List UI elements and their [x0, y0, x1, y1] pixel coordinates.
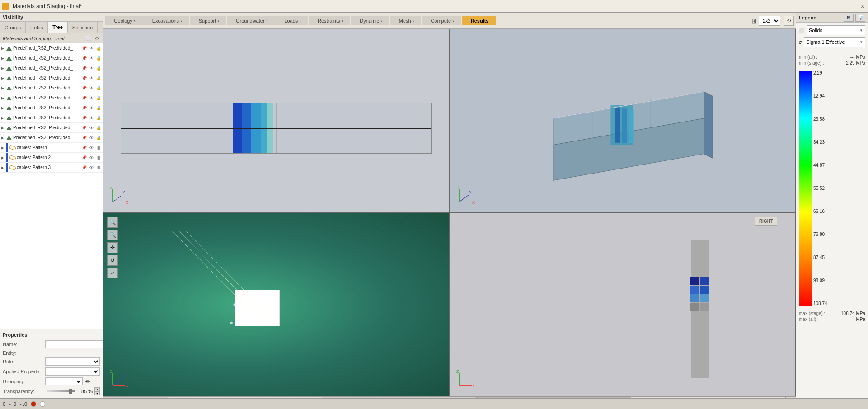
pin-icon[interactable]: 📌: [81, 45, 87, 52]
rotate-button[interactable]: ↺: [107, 255, 118, 266]
tree-item-cable[interactable]: ▶ cables: Pattern 2 📌 👁 🗑: [0, 153, 103, 163]
lock-icon[interactable]: 🔒: [95, 125, 102, 131]
tab-restraints[interactable]: Restraints ›: [309, 16, 350, 25]
transparency-slider-container[interactable]: [47, 388, 75, 395]
tree-item[interactable]: ▶ Predefined_RS2_Predivided_ 📌 👁 🔒: [0, 73, 103, 83]
pan-button[interactable]: ✛: [107, 242, 118, 253]
tab-loads[interactable]: Loads ›: [275, 16, 308, 25]
sigma-dropdown-button[interactable]: Sigma 1 Effective ▼: [804, 37, 865, 47]
prop-applied-select[interactable]: [45, 367, 100, 376]
pin-icon[interactable]: 📌: [81, 115, 87, 121]
eye-icon[interactable]: 👁: [88, 125, 94, 131]
tab-mesh[interactable]: Mesh ›: [390, 16, 422, 25]
eye-icon[interactable]: 👁: [88, 115, 94, 121]
viewport-top-left[interactable]: X Z Y: [103, 29, 450, 213]
expand-icon[interactable]: ▶: [1, 76, 6, 80]
expand-icon[interactable]: ▶: [1, 46, 6, 51]
tree-item[interactable]: ▶ Predefined_RS2_Predivided_ 📌 👁 🔒: [0, 93, 103, 103]
expand-icon[interactable]: ▶: [1, 86, 6, 90]
eye-icon[interactable]: 👁: [88, 145, 94, 151]
pin-icon[interactable]: 📌: [81, 125, 87, 131]
transparency-down-button[interactable]: ▼: [94, 391, 100, 395]
tree-item[interactable]: ▶ Predefined_RS2_Predivided_ 📌 👁 🔒: [0, 103, 103, 113]
lock-icon[interactable]: 🔒: [95, 65, 102, 71]
prop-name-input[interactable]: [45, 340, 106, 348]
lock-icon[interactable]: 🔒: [95, 45, 102, 52]
pin-icon[interactable]: 📌: [81, 65, 87, 71]
lock-icon[interactable]: 🔒: [95, 105, 102, 111]
delete-icon[interactable]: 🗑: [95, 165, 102, 171]
tree-item[interactable]: ▶ Predefined_RS2_Predivided_ 📌 👁 🔒: [0, 53, 103, 63]
pin-icon[interactable]: 📌: [81, 165, 87, 171]
tab-geology[interactable]: Geology ›: [105, 16, 143, 25]
slider-thumb[interactable]: [69, 389, 72, 394]
tree-item[interactable]: ▶ Predefined_RS2_Predivided_ 📌 👁 🔒: [0, 63, 103, 73]
eye-icon[interactable]: 👁: [88, 75, 94, 81]
expand-icon[interactable]: ▶: [1, 96, 6, 100]
pin-icon[interactable]: 📌: [81, 135, 87, 141]
tree-item[interactable]: ▶ Predefined_RS2_Predivided_ 📌 👁 🔒: [0, 123, 103, 133]
tree-item[interactable]: ▶ Predefined_RS2_Predivided_ 📌 👁 🔒: [0, 43, 103, 53]
prop-grouping-select[interactable]: [45, 377, 83, 385]
expand-icon[interactable]: ▶: [1, 106, 6, 110]
lock-icon[interactable]: 🔒: [95, 95, 102, 101]
lock-icon[interactable]: 🔒: [95, 115, 102, 121]
lock-icon[interactable]: 🔒: [95, 85, 102, 91]
eye-icon[interactable]: 👁: [88, 165, 94, 171]
prop-role-select[interactable]: [45, 357, 100, 366]
pin-icon[interactable]: 📌: [81, 55, 87, 61]
pin-icon[interactable]: 📌: [81, 145, 87, 151]
zoom-in-button[interactable]: 🔍: [107, 217, 118, 228]
tree-item-cable[interactable]: ▶ cables: Pattern 📌 👁 🗑: [0, 143, 103, 153]
expand-icon[interactable]: ▶: [1, 56, 6, 61]
close-button[interactable]: ×: [859, 3, 866, 10]
delete-icon[interactable]: 🗑: [95, 145, 102, 151]
tab-groups[interactable]: Groups: [0, 22, 26, 33]
pin-icon[interactable]: 📌: [81, 75, 87, 81]
refresh-button[interactable]: ↻: [784, 16, 794, 26]
pin-icon[interactable]: 📌: [81, 85, 87, 91]
eye-icon[interactable]: 👁: [88, 65, 94, 71]
tab-support[interactable]: Support ›: [190, 16, 226, 25]
pin-icon[interactable]: 📌: [81, 155, 87, 161]
pin-icon[interactable]: 📌: [81, 95, 87, 101]
tab-results[interactable]: Results: [462, 16, 496, 25]
expand-icon[interactable]: ▶: [1, 66, 6, 71]
legend-chart-button[interactable]: ⊞: [844, 14, 854, 22]
viewport-bottom-left[interactable]: 🔍 🔍 ✛ ↺ ⤢ X Z Y: [103, 213, 450, 397]
fit-button[interactable]: ⤢: [107, 268, 118, 278]
eye-icon[interactable]: 👁: [88, 55, 94, 61]
tab-compute[interactable]: Compute ›: [422, 16, 461, 25]
pin-icon[interactable]: 📌: [81, 105, 87, 111]
tree-item[interactable]: ▶ Predefined_RS2_Predivided_ 📌 👁 🔒: [0, 113, 103, 123]
tree-item[interactable]: ▶ Predefined_RS2_Predivided_ 📌 👁 🔒: [0, 133, 103, 143]
tab-roles[interactable]: Roles: [26, 22, 48, 33]
lock-icon[interactable]: 🔒: [95, 135, 102, 141]
tab-groundwater[interactable]: Groundwater ›: [227, 16, 275, 25]
edit-icon[interactable]: ✏: [85, 378, 91, 385]
eye-icon[interactable]: 👁: [88, 95, 94, 101]
tab-selection[interactable]: Selection: [68, 22, 98, 33]
eye-icon[interactable]: 👁: [88, 135, 94, 141]
eye-icon[interactable]: 👁: [88, 105, 94, 111]
eye-icon[interactable]: 👁: [88, 45, 94, 52]
delete-icon[interactable]: 🗑: [95, 155, 102, 161]
eye-icon[interactable]: 👁: [88, 155, 94, 161]
expand-icon[interactable]: ▶: [1, 136, 6, 140]
expand-icon[interactable]: ▶: [1, 126, 6, 130]
lock-icon[interactable]: 🔒: [95, 55, 102, 61]
expand-icon[interactable]: ▶: [1, 155, 6, 160]
tab-dynamic[interactable]: Dynamic ›: [351, 16, 389, 25]
tab-tree[interactable]: Tree: [48, 22, 68, 33]
viewport-bottom-right[interactable]: RIGHT: [450, 213, 796, 397]
maximize-icon[interactable]: ⬜: [85, 35, 92, 42]
expand-icon[interactable]: ▶: [1, 165, 6, 170]
eye-icon[interactable]: 👁: [88, 85, 94, 91]
lock-icon[interactable]: 🔒: [95, 75, 102, 81]
settings-icon[interactable]: ⚙: [94, 35, 100, 42]
legend-bar-button[interactable]: 📊: [855, 14, 865, 22]
transparency-up-button[interactable]: ▲: [94, 387, 100, 391]
solids-dropdown-button[interactable]: Solids ▼: [807, 25, 865, 35]
tree-item-cable[interactable]: ▶ cables: Pattern 3 📌 👁 🗑: [0, 163, 103, 173]
tree-item[interactable]: ▶ Predefined_RS2_Predivided_ 📌 👁 🔒: [0, 83, 103, 93]
